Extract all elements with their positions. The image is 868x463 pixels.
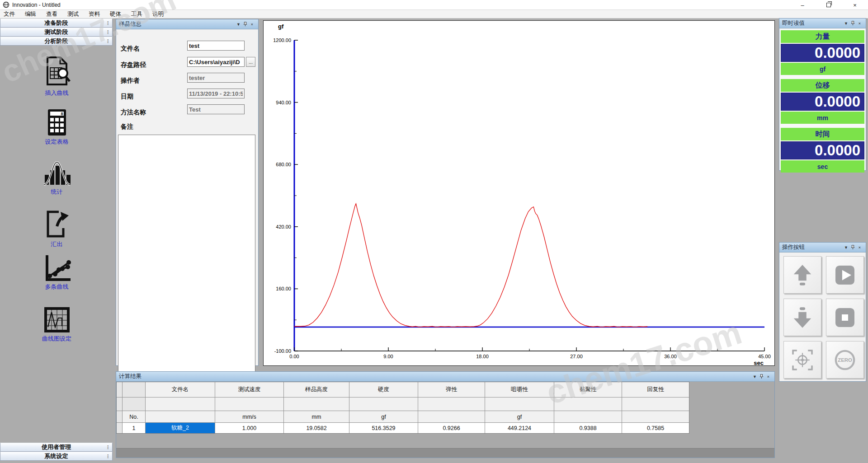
force-time-chart: 1200.00940.00680.00420.00160.00-100.000.… [264, 21, 774, 365]
force-value: 0.0000 [781, 44, 864, 62]
tool-label: 设定表格 [45, 138, 69, 146]
tool-multi-curve[interactable]: 多条曲线 [0, 253, 113, 291]
tool-set-table[interactable]: 8 设定表格 [0, 108, 113, 146]
unit-sample-height: mm [284, 411, 349, 422]
cell-test-speed[interactable]: 1.000 [215, 423, 283, 433]
results-table: 文件名 测试速度 样品高度 硬度 弹性 咀嚼性 黏聚性 回复性 No. mm/s… [116, 382, 689, 434]
grip-icon: ⋮ [105, 444, 110, 451]
actions-title-bar: 操作按钮 ▼ × [779, 243, 866, 253]
stop-button[interactable] [826, 299, 864, 336]
col-header-filename[interactable]: 文件名 [146, 382, 215, 397]
unit-springiness [418, 411, 485, 422]
section-label: 系统设定 [45, 452, 68, 460]
method-name-input[interactable] [187, 104, 245, 114]
cell-cohesiveness[interactable]: 0.9388 [554, 423, 622, 433]
pin-icon[interactable] [242, 21, 249, 28]
filename-input[interactable] [187, 41, 245, 51]
results-body: 文件名 测试速度 样品高度 硬度 弹性 咀嚼性 黏聚性 回复性 No. mm/s… [116, 382, 774, 458]
jog-up-button[interactable] [783, 256, 821, 294]
col-header-sample-height[interactable]: 样品高度 [284, 382, 349, 397]
grip-icon: ⋮ [105, 29, 110, 36]
close-icon[interactable]: × [249, 21, 255, 28]
cell-chewiness[interactable]: 449.2124 [485, 423, 554, 433]
chevron-down-icon[interactable]: ▼ [843, 244, 849, 251]
close-icon[interactable]: × [856, 244, 863, 251]
pin-icon[interactable] [849, 244, 856, 251]
arrow-up-icon [790, 262, 815, 288]
cell-resilience[interactable]: 0.7585 [622, 423, 689, 433]
operator-label: 操作者 [121, 77, 140, 85]
no-header: No. [123, 411, 145, 422]
row-number[interactable]: 1 [123, 423, 145, 433]
section-label: 使用者管理 [42, 443, 71, 451]
path-label: 存盘路径 [121, 61, 146, 69]
pin-icon[interactable] [849, 20, 856, 27]
svg-text:160.00: 160.00 [276, 286, 291, 291]
svg-text:18.00: 18.00 [476, 354, 489, 359]
restore-button[interactable] [816, 0, 842, 10]
unit-cohesiveness [554, 411, 622, 422]
menu-file[interactable]: 文件 [4, 10, 15, 18]
menu-bar: 文件 编辑 查看 测试 资料 硬体 工具 说明 [0, 10, 868, 19]
col-header-cohesiveness[interactable]: 黏聚性 [554, 382, 622, 397]
start-button[interactable] [826, 256, 864, 294]
sidebar-section-analysis[interactable]: 分析阶段 ⋮ [0, 37, 113, 46]
close-icon[interactable]: × [856, 20, 863, 27]
menu-test[interactable]: 测试 [67, 10, 79, 18]
path-input[interactable] [187, 57, 245, 67]
sample-info-content: 文件名 存盘路径 ... 操作者 日期 方法名称 备注 [116, 29, 258, 365]
close-icon[interactable]: × [765, 374, 772, 380]
col-header-test-speed[interactable]: 测试速度 [215, 382, 283, 397]
col-header-springiness[interactable]: 弹性 [418, 382, 485, 397]
date-input[interactable] [187, 89, 245, 98]
chevron-down-icon[interactable]: ▼ [751, 374, 758, 380]
chevron-down-icon[interactable]: ▼ [235, 21, 242, 28]
col-header-chewiness[interactable]: 咀嚼性 [485, 382, 554, 397]
row-selector[interactable] [117, 423, 122, 433]
grip-icon: ⋮ [105, 38, 110, 45]
displacement-readout: 位移 0.0000 mm [781, 79, 864, 124]
tool-label: 插入曲线 [45, 89, 69, 97]
pin-icon[interactable] [758, 374, 765, 380]
sidebar-section-user-management[interactable]: 使用者管理 ⋮ [0, 443, 113, 452]
sidebar-section-prepare[interactable]: 准备阶段 ⋮ [0, 19, 113, 28]
results-panel: 计算结果 ▼ × 文件名 测试速度 样品高度 硬度 弹性 咀嚼性 黏聚性 回复性 [116, 371, 775, 458]
target-position-button[interactable] [783, 341, 821, 379]
svg-text:ZERO: ZERO [838, 357, 852, 363]
close-button[interactable]: × [842, 0, 868, 10]
col-header-hardness[interactable]: 硬度 [349, 382, 418, 397]
operator-input[interactable] [187, 73, 245, 83]
svg-text:680.00: 680.00 [276, 162, 291, 167]
cell-filename[interactable]: 软糖_2 [146, 423, 215, 433]
action-buttons-panel: 操作按钮 ▼ × [779, 242, 866, 382]
menu-edit[interactable]: 编辑 [25, 10, 36, 18]
displacement-value: 0.0000 [781, 93, 864, 111]
unit-test-speed: mm/s [215, 411, 283, 422]
minimize-button[interactable]: – [789, 0, 816, 10]
zero-button[interactable]: ZERO [826, 341, 864, 379]
menu-data[interactable]: 资料 [89, 10, 100, 18]
col-header-resilience[interactable]: 回复性 [622, 382, 689, 397]
browse-button[interactable]: ... [246, 57, 255, 67]
menu-view[interactable]: 查看 [46, 10, 57, 18]
tool-curve-settings[interactable]: 曲线图设定 [0, 306, 113, 343]
cell-springiness[interactable]: 0.9266 [418, 423, 485, 433]
menu-help[interactable]: 说明 [152, 10, 164, 18]
svg-text:940.00: 940.00 [276, 100, 291, 105]
restore-icon [826, 3, 831, 7]
sidebar-section-test[interactable]: 测试阶段 ⋮ [0, 28, 113, 37]
chevron-down-icon[interactable]: ▼ [843, 20, 849, 27]
time-value: 0.0000 [781, 141, 864, 159]
menu-hardware[interactable]: 硬体 [110, 10, 121, 18]
cell-sample-height[interactable]: 19.0582 [284, 423, 349, 433]
tool-insert-curve[interactable]: 插入曲线 [0, 56, 113, 97]
cell-hardness[interactable]: 516.3529 [349, 423, 418, 433]
menu-tools[interactable]: 工具 [131, 10, 142, 18]
force-readout: 力量 0.0000 gf [781, 30, 864, 75]
sidebar-section-system-settings[interactable]: 系统设定 ⋮ [0, 452, 113, 461]
tool-statistics[interactable]: 统计 [0, 159, 113, 196]
jog-down-button[interactable] [783, 299, 821, 336]
tool-label: 多条曲线 [45, 283, 69, 291]
tool-export[interactable]: 汇出 [0, 209, 113, 248]
remark-textarea[interactable] [118, 135, 255, 373]
